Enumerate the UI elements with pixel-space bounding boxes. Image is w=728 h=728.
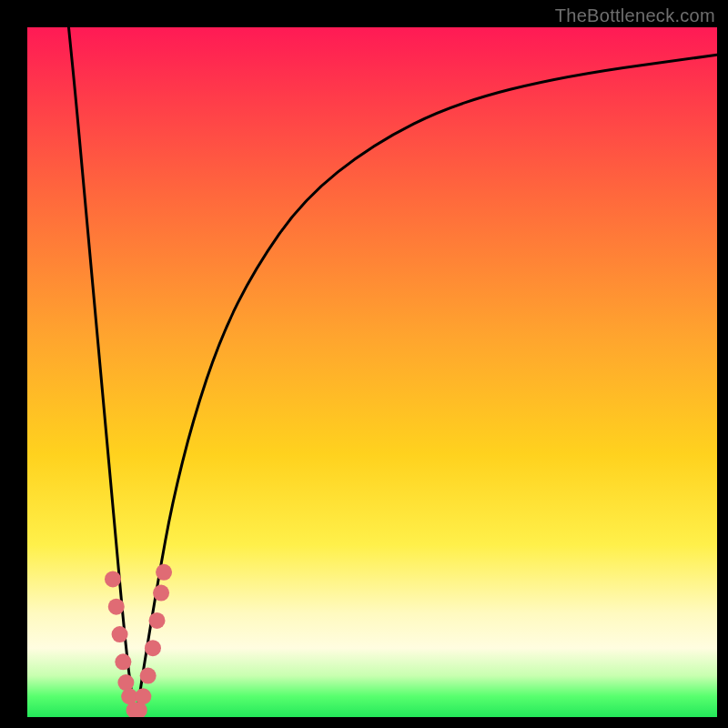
marker-point	[156, 564, 172, 581]
plot-area	[27, 27, 717, 717]
marker-point	[108, 599, 125, 615]
marker-group	[105, 564, 172, 717]
chart-frame: TheBottleneck.com	[0, 0, 728, 728]
marker-point	[153, 585, 169, 602]
marker-point	[145, 640, 161, 656]
chart-svg	[27, 27, 717, 717]
marker-point	[112, 626, 128, 642]
marker-point	[105, 571, 121, 587]
marker-point	[149, 612, 166, 629]
series-left-branch	[68, 27, 136, 717]
marker-point	[135, 688, 151, 704]
marker-point	[140, 668, 157, 684]
watermark-text: TheBottleneck.com	[555, 5, 715, 26]
curve-group	[68, 27, 717, 717]
series-right-branch	[136, 55, 717, 717]
marker-point	[115, 653, 131, 670]
marker-point	[117, 674, 134, 691]
